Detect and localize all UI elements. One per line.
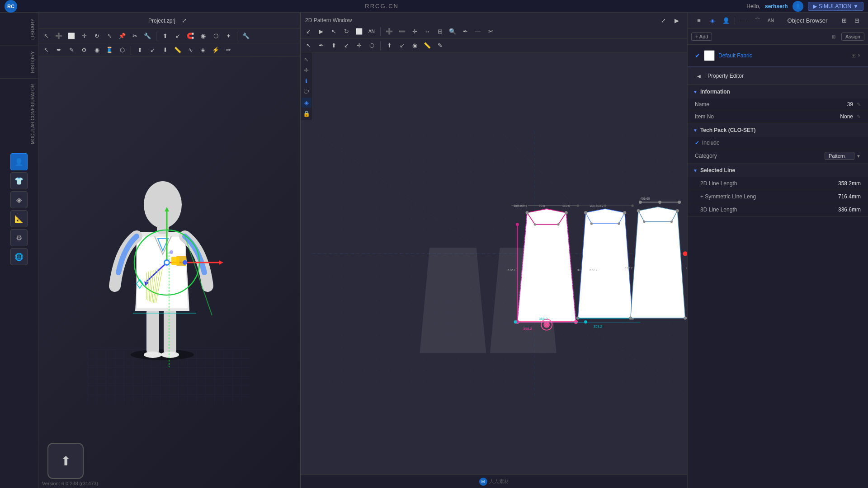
name-edit-icon[interactable]: ✎ [857,102,861,108]
fabric-name[interactable]: Default Fabric [718,52,752,59]
sidebar-tab-history[interactable]: HISTORY [0,45,38,79]
fabric-edit-icon[interactable]: ⊞ [851,52,856,59]
p-tb2-s10[interactable]: 📏 [421,40,433,52]
simulation-button[interactable]: ▶ SIMULATION ▼ [808,2,863,11]
p-tb2-s4[interactable]: ↙ [340,40,352,52]
p-tb-line[interactable]: — [472,26,484,38]
view-edge-btn[interactable]: ⌒ [751,15,763,27]
tb-btn-scale[interactable]: ⤡ [104,30,115,42]
sidebar-icon-pattern[interactable]: 📐 [10,210,28,227]
tb2-btn-draw[interactable]: ✏ [222,44,234,56]
tb2-btn-pen[interactable]: ✒ [53,44,65,56]
tb2-btn-sim3[interactable]: ⚡ [210,44,222,56]
p-tb-scissors2[interactable]: ✂ [485,26,496,38]
ptb-lock[interactable]: 🔒 [302,108,311,118]
p-tb-pencil2[interactable]: ✒ [459,26,471,38]
item-no-edit-icon[interactable]: ✎ [857,114,861,120]
tb-btn-arrow-dn[interactable]: ↙ [172,30,184,42]
tb-btn-points[interactable]: ◉ [197,30,209,42]
ptb-shield[interactable]: 🛡 [302,87,311,97]
tb-btn-rotate[interactable]: ↻ [91,30,103,42]
ptb-info[interactable]: ℹ [302,76,311,86]
p-tb-rotate[interactable]: ↻ [340,26,352,38]
p-tb-add2[interactable]: ➕ [383,26,395,38]
p-tb2-s11[interactable]: ✎ [434,40,446,52]
ptb-arrow[interactable]: ↖ [302,54,311,64]
view-fabric-btn[interactable]: ◈ [707,15,718,27]
p-tb-minus[interactable]: ➖ [396,26,408,38]
view-an-btn[interactable]: AN [765,15,777,27]
selected-line-section-header[interactable]: ▼ Selected Line [688,164,868,177]
tb-btn-transform[interactable]: ✛ [78,30,90,42]
tb2-btn-a2[interactable]: ↙ [146,44,158,56]
sidebar-icon-prop[interactable]: ⚙ [10,229,28,246]
upload-button[interactable]: ⬆ [47,443,84,479]
p-tb2-s7[interactable]: ⬆ [383,40,395,52]
p-tb-arrow-l2[interactable]: ↔ [421,26,433,38]
p-tb2-s5[interactable]: ✛ [353,40,365,52]
tb2-btn-transform2[interactable]: ⚙ [78,44,90,56]
techpack-section-header[interactable]: ▼ Tech Pack (CLO-SET) [688,123,868,137]
view-wireframe-btn[interactable]: — [738,15,750,27]
sidebar-icon-shirt[interactable]: 👕 [10,172,28,189]
p-tb2-s2[interactable]: ✒ [315,40,327,52]
information-section-header[interactable]: ▼ Information [688,85,868,99]
sidebar-icon-fabric[interactable]: ◈ [10,191,28,208]
ptb-fabric-icon[interactable]: ◈ [302,98,311,108]
tb-btn-select[interactable]: ⬜ [66,30,77,42]
view-avatar-btn[interactable]: 👤 [720,15,732,27]
sidebar-icon-avatar[interactable]: 👤 [10,153,28,170]
p-tb-select[interactable]: ↙ [302,26,314,38]
tb-btn-move[interactable]: ↖ [40,30,52,42]
ptb-transform[interactable]: ✛ [302,65,311,75]
p-tb-rect[interactable]: ⬜ [353,26,365,38]
p-tb2-s9[interactable]: ◉ [409,40,420,52]
tb2-btn-hexagon[interactable]: ⬡ [116,44,128,56]
assign-button[interactable]: Assign [841,33,864,41]
tb2-btn-sew[interactable]: 🧵 [104,44,115,56]
fabric-item-default[interactable]: ✔ Default Fabric ⊞ × [691,48,864,63]
fabric-delete-icon[interactable]: × [858,52,861,59]
p-tb2-s1[interactable]: ↖ [302,40,314,52]
sidebar-tab-modular[interactable]: MODULAR CONFIGURATOR [0,78,38,150]
tb-btn-add[interactable]: ➕ [53,30,65,42]
tb2-btn-a1[interactable]: ⬆ [134,44,146,56]
prop-editor-collapse[interactable]: ◀ [693,70,705,82]
tb-btn-scissors[interactable]: ✂ [129,30,141,42]
tb-btn-arrow-up[interactable]: ⬆ [159,30,171,42]
user-avatar[interactable]: 👤 [793,1,803,12]
tb2-btn-edit[interactable]: ✎ [66,44,77,56]
p-tb-zoom2[interactable]: 🔍 [447,26,458,38]
tb2-btn-stitches[interactable]: ∿ [184,44,196,56]
tb2-btn-sim2[interactable]: ◈ [197,44,209,56]
tb-btn-wrench[interactable]: 🔧 [240,30,252,42]
tb-btn-pin[interactable]: 📌 [116,30,128,42]
tb-btn-cursor2[interactable]: 🔧 [142,30,153,42]
category-select[interactable]: Pattern [825,152,854,160]
tb2-btn-cursor[interactable]: ↖ [40,44,52,56]
p-tb2-s3[interactable]: ⬆ [328,40,340,52]
sim-dropdown-icon[interactable]: ▼ [853,3,859,9]
username-label[interactable]: serhserh [765,3,788,9]
p-tb2-s6[interactable]: ⬡ [366,40,377,52]
p-tb-grid2[interactable]: ⊞ [434,26,446,38]
tb-btn-magnet[interactable]: 🧲 [184,30,196,42]
view-list-btn[interactable]: ≡ [693,15,705,27]
p-tb-arrow-r[interactable]: ▶ [315,26,327,38]
sidebar-tab-library[interactable]: LIBRARY [0,13,38,45]
tb2-btn-a3[interactable]: ⬇ [159,44,171,56]
viewport-3d-expand[interactable]: ⤢ [178,15,190,27]
tb-btn-star[interactable]: ✦ [222,30,234,42]
sidebar-icon-globe[interactable]: 🌐 [10,248,28,265]
p-tb2-s8[interactable]: ↙ [396,40,408,52]
p-tb-cursor[interactable]: ↖ [328,26,340,38]
tb2-btn-points2[interactable]: ◉ [91,44,103,56]
p-tb-text[interactable]: AN [366,26,377,38]
tb-btn-hex[interactable]: ⬡ [210,30,222,42]
assign-icon[interactable]: ⊞ [828,31,840,42]
right-panel-list-btn[interactable]: ⊟ [851,15,863,27]
add-button[interactable]: + Add [691,33,712,41]
p-tb-move2[interactable]: ✛ [409,26,420,38]
right-panel-grid-btn[interactable]: ⊞ [838,15,850,27]
tb2-btn-rulerx[interactable]: 📏 [172,44,184,56]
